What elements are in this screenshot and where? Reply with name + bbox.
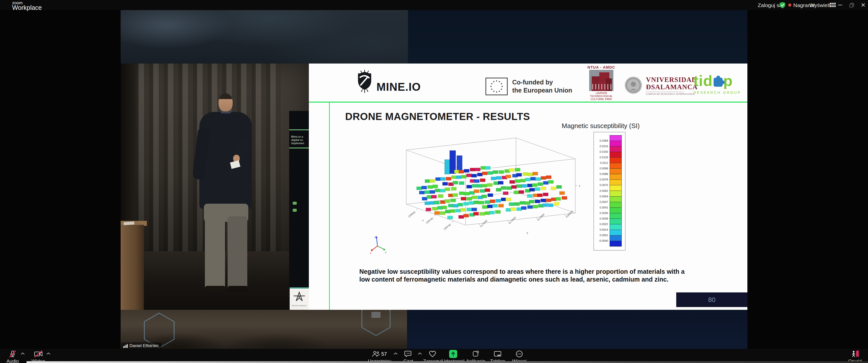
restore-icon [849,3,854,7]
colorbar-legend: 0.03680.02160.01600.01290.01110.00990.00… [593,132,625,251]
slide-body-text: Negative low susceptibility values corre… [359,268,686,283]
ntua-logo: NTUA - AMDC LAVRION TECHNOLOGICAL CULTUR… [585,65,617,101]
minimize-icon [838,5,842,5]
security-shield-icon[interactable] [779,2,786,8]
svg-text:x: x [422,219,425,222]
side-screen-icon [293,202,297,205]
partner-card: ROCKLIGENCE [290,287,309,310]
stage-backdrop-navy-bottom [407,310,747,349]
svg-text:239650: 239650 [407,210,416,218]
slide-green-sideline [329,103,330,310]
zoom-workplace-window: zoom Workplace Zaloguj się Nagranie Wyśw… [0,0,868,363]
chat-chevron[interactable] [418,353,422,355]
magnetometer-3d-plot: 239650239700239750x417994041799604179980… [371,132,593,252]
video-options-chevron[interactable] [46,353,51,355]
podium-front [121,225,144,310]
svg-text:x: x [370,252,371,255]
participants-chevron[interactable] [394,353,398,355]
record-dot-icon [788,3,791,6]
usal-wordmark: VNIVERSIDAD ĐSALAMANCA CAMPUS DE EXCELEN… [646,76,698,95]
restore-button[interactable] [847,0,857,10]
meeting-toolbar: Audio Wideo [0,349,868,363]
shared-screen-video: Mine.io a digital ec implemen [121,10,747,349]
slide-page-bar: 80 [676,292,747,307]
eu-funding-text: Co-funded by the European Union [512,78,572,94]
more-icon [516,350,523,358]
speaker-head [218,93,232,111]
participant-nametag: Daniel Elfström [121,342,161,349]
partner-card-text: ROCKLIGENCE [290,305,309,306]
axis-triad-icon: z x y [369,235,388,255]
speaker-shoe [206,286,225,292]
svg-text:239750: 239750 [443,223,452,230]
close-button[interactable]: ✕ [859,0,868,10]
apps-icon [472,350,479,358]
stage-backdrop-sky [121,10,408,64]
speaker-camera: Mine.io a digital ec implemen [121,64,309,310]
svg-text:y: y [385,251,386,254]
chat-icon [404,350,412,358]
camera-off-icon [34,350,43,358]
speaker-leg [227,216,247,289]
svg-text:z: z [579,185,580,187]
ntua-buildings-image [589,70,613,91]
rockligence-logo-icon [290,289,309,304]
stage-backdrop-navy-top [408,10,747,64]
speaker-shoe [228,286,247,292]
view-button[interactable]: Wyświetl [809,2,830,8]
taskbar-edge [27,361,868,363]
close-icon: ✕ [861,2,866,8]
colorbar-tick-labels: 0.03680.02160.01600.01290.01110.00990.00… [594,135,609,246]
participants-count: 57 [381,351,387,357]
slide-green-divider [309,102,747,103]
svg-text:239700: 239700 [426,217,434,224]
speaker-leg [205,216,225,289]
mic-muted-icon [9,350,17,358]
share-screen-icon [449,350,457,358]
tidop-logo: tidp RESEARCH GROUP [693,72,741,95]
eu-flag-icon [486,78,508,95]
audio-button[interactable]: Audio [2,350,23,363]
svg-text:z: z [374,235,376,238]
svg-text:y: y [527,231,528,234]
colorbar-title: Magnetic susceptibility (SI) [562,122,640,130]
presentation-slide: MINE.IO Co-funded by the European Union … [309,64,747,310]
titlebar: zoom Workplace Zaloguj się Nagranie Wyśw… [0,0,868,10]
whiteboard-icon [494,350,502,358]
stage-side-screen: Mine.io a digital ec implemen [289,111,309,287]
side-screen-icon [293,209,297,212]
minimize-button[interactable] [835,0,845,10]
gallery-view-icon[interactable] [830,3,836,7]
colorbar-bands [610,135,622,246]
tidop-puzzle-icon [714,78,723,87]
workplace-brand: Workplace [12,4,42,11]
signal-bars-icon [123,344,128,348]
participant-name: Daniel Elfström [129,343,158,349]
audio-options-chevron[interactable] [21,353,25,355]
usal-seal-icon [624,76,643,95]
mineio-wordmark: MINE.IO [376,81,421,93]
side-screen-text: Mine.io a digital ec implemen [291,135,304,145]
slide-page-number: 80 [708,296,716,304]
slide-title: DRONE MAGNETOMETER - RESULTS [345,111,530,122]
heart-icon [429,350,436,358]
mineio-shield-icon [356,70,373,94]
leave-door-icon [851,350,860,358]
participants-icon [372,351,380,358]
